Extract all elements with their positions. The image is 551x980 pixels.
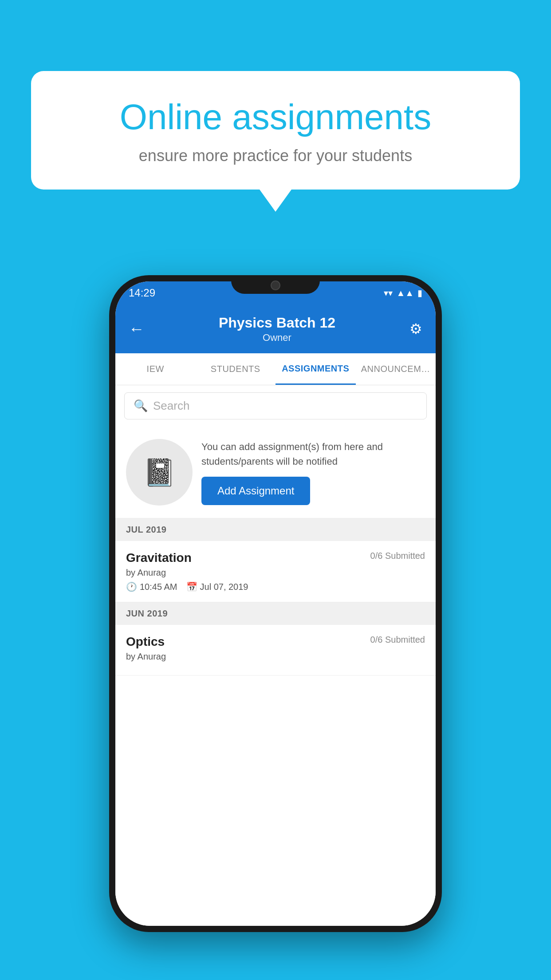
- assignment-by-optics: by Anurag: [126, 652, 425, 662]
- search-icon: 🔍: [134, 399, 148, 413]
- status-time: 14:29: [129, 287, 155, 299]
- speech-bubble-subtitle: ensure more practice for your students: [58, 146, 493, 165]
- speech-bubble-tail: [260, 190, 291, 212]
- wifi-icon: ▾▾: [384, 288, 393, 298]
- app-header: ← Physics Batch 12 Owner ⚙: [115, 304, 436, 353]
- search-bar[interactable]: 🔍 Search: [124, 392, 427, 419]
- signal-icon: ▲▲: [396, 288, 414, 298]
- tab-iew[interactable]: IEW: [115, 353, 196, 385]
- promo-description: You can add assignment(s) from here and …: [201, 439, 425, 469]
- phone-screen: 14:29 ▾▾ ▲▲ ▮ ← Physics Batch 12 Owner ⚙: [115, 281, 436, 926]
- header-subtitle: Owner: [219, 332, 335, 344]
- assignment-submitted-gravitation: 0/6 Submitted: [370, 551, 425, 561]
- settings-icon[interactable]: ⚙: [409, 320, 422, 337]
- back-button[interactable]: ←: [129, 320, 145, 338]
- assignment-item-optics[interactable]: Optics 0/6 Submitted by Anurag: [115, 625, 436, 676]
- tab-announcements[interactable]: ANNOUNCEM…: [356, 353, 436, 385]
- phone-outer: 14:29 ▾▾ ▲▲ ▮ ← Physics Batch 12 Owner ⚙: [109, 275, 442, 932]
- promo-icon-circle: 📓: [126, 439, 193, 506]
- assignment-time-gravitation: 🕐 10:45 AM: [126, 581, 177, 592]
- notebook-icon: 📓: [143, 457, 176, 488]
- assignment-by-gravitation: by Anurag: [126, 568, 425, 578]
- tab-assignments[interactable]: ASSIGNMENTS: [276, 353, 356, 385]
- calendar-icon: 📅: [186, 581, 197, 592]
- assignment-submitted-optics: 0/6 Submitted: [370, 635, 425, 645]
- header-title-block: Physics Batch 12 Owner: [219, 315, 335, 344]
- phone-mockup: 14:29 ▾▾ ▲▲ ▮ ← Physics Batch 12 Owner ⚙: [109, 275, 442, 932]
- front-camera: [271, 281, 280, 290]
- assignment-title-gravitation: Gravitation: [126, 551, 192, 565]
- promo-text-block: You can add assignment(s) from here and …: [201, 439, 425, 505]
- assignment-item-gravitation[interactable]: Gravitation 0/6 Submitted by Anurag 🕐 10…: [115, 541, 436, 602]
- add-assignment-button[interactable]: Add Assignment: [201, 477, 310, 505]
- clock-icon: 🕐: [126, 581, 137, 592]
- header-title: Physics Batch 12: [219, 315, 335, 331]
- phone-notch: [231, 275, 320, 294]
- assignment-date-gravitation: 📅 Jul 07, 2019: [186, 581, 248, 592]
- tab-students[interactable]: STUDENTS: [196, 353, 276, 385]
- assignment-title-optics: Optics: [126, 635, 165, 649]
- month-header-jun: JUN 2019: [115, 602, 436, 625]
- battery-icon: ▮: [417, 288, 422, 298]
- promo-section: 📓 You can add assignment(s) from here an…: [115, 427, 436, 518]
- status-icons: ▾▾ ▲▲ ▮: [384, 288, 422, 298]
- month-header-jul: JUL 2019: [115, 518, 436, 541]
- speech-bubble-title: Online assignments: [58, 98, 493, 137]
- search-bar-container: 🔍 Search: [115, 385, 436, 427]
- content-area: 🔍 Search 📓 You can add assignment(s) fro…: [115, 385, 436, 926]
- speech-bubble-container: Online assignments ensure more practice …: [31, 71, 520, 212]
- assignment-row1: Gravitation 0/6 Submitted: [126, 551, 425, 565]
- assignment-row1-optics: Optics 0/6 Submitted: [126, 635, 425, 649]
- tabs-bar: IEW STUDENTS ASSIGNMENTS ANNOUNCEM…: [115, 353, 436, 385]
- assignment-meta-gravitation: 🕐 10:45 AM 📅 Jul 07, 2019: [126, 581, 425, 592]
- search-placeholder: Search: [153, 399, 189, 413]
- speech-bubble: Online assignments ensure more practice …: [31, 71, 520, 190]
